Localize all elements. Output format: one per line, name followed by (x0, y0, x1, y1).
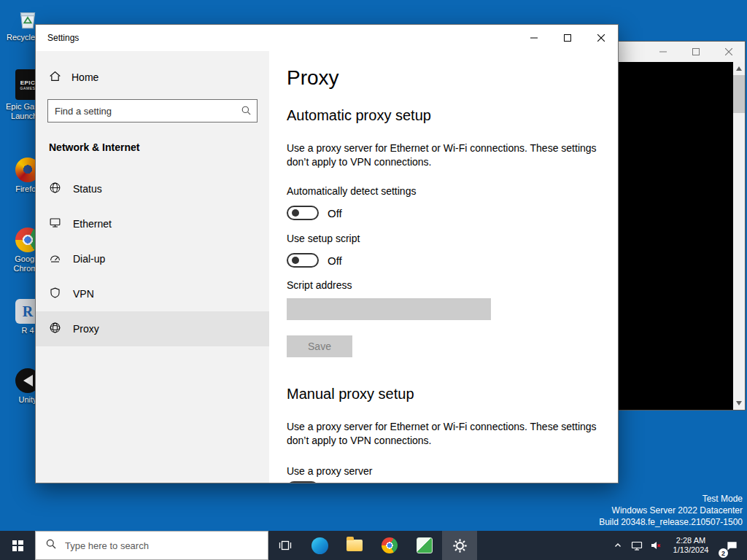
sidebar-item-dialup[interactable]: Dial-up (36, 241, 269, 276)
sidebar-item-label: Status (73, 183, 102, 195)
settings-search-input[interactable] (47, 99, 258, 122)
chevron-up-icon (614, 541, 622, 550)
settings-titlebar[interactable]: Settings (36, 25, 618, 51)
sidebar-section-title: Network & Internet (49, 141, 256, 154)
script-address-label: Script address (287, 279, 618, 292)
sidebar-item-home[interactable]: Home (36, 64, 269, 90)
desktop: Recycle Bin EPIC GAMES Epic Games Launch… (0, 0, 747, 560)
sidebar-nav: Status Ethernet Dial-up (36, 171, 269, 346)
sidebar-item-vpn[interactable]: VPN (36, 276, 269, 311)
scrollbar-thumb[interactable] (733, 75, 745, 113)
detect-settings-toggle[interactable] (287, 206, 319, 220)
search-icon (241, 105, 252, 119)
sidebar-item-proxy[interactable]: Proxy (36, 311, 269, 346)
detect-settings-label: Automatically detect settings (287, 185, 618, 198)
use-proxy-server-label: Use a proxy server (287, 465, 618, 478)
chrome-icon (382, 537, 398, 553)
page-title: Proxy (287, 66, 618, 90)
action-center-icon (726, 540, 738, 552)
taskbar-clock[interactable]: 2:28 AM 1/13/2024 (665, 531, 716, 560)
task-view-button[interactable] (268, 531, 302, 560)
start-button[interactable] (0, 531, 35, 560)
windows-logo-icon (12, 540, 23, 551)
sidebar-item-label: Dial-up (73, 253, 105, 265)
sidebar-item-label: Ethernet (73, 218, 112, 230)
manual-proxy-heading: Manual proxy setup (287, 385, 618, 402)
background-window-scrollbar[interactable] (733, 62, 745, 410)
settings-sidebar: Home Network & Internet Status (36, 51, 269, 483)
settings-window: Settings Home (35, 24, 619, 483)
vpn-icon (49, 287, 61, 301)
window-title: Settings (47, 33, 79, 43)
sidebar-item-label: Proxy (73, 323, 99, 335)
proxy-page: Proxy Automatic proxy setup Use a proxy … (269, 51, 618, 483)
use-proxy-server-toggle[interactable] (287, 481, 319, 483)
r-icon-letter: R (23, 303, 33, 320)
notification-badge: 2 (719, 548, 728, 558)
network-tray-button[interactable] (627, 531, 646, 560)
watermark-line: Windows Server 2022 Datacenter (599, 505, 743, 516)
background-minimize-button[interactable] (646, 42, 679, 62)
detect-settings-state: Off (328, 207, 342, 219)
edge-icon (311, 537, 328, 554)
clock-date: 1/13/2024 (673, 545, 709, 555)
taskbar-file-explorer-button[interactable] (337, 531, 372, 560)
sidebar-home-label: Home (71, 71, 98, 83)
clock-time: 2:28 AM (676, 536, 705, 545)
setup-script-toggle[interactable] (287, 253, 319, 268)
gear-icon (452, 538, 468, 553)
sidebar-item-ethernet[interactable]: Ethernet (36, 206, 269, 241)
green-app-icon (417, 537, 433, 553)
save-button[interactable]: Save (287, 335, 352, 357)
watermark-line: Test Mode (599, 493, 743, 505)
watermark-line: Build 20348.fe_release.210507-1500 (599, 516, 743, 528)
scroll-up-icon[interactable] (736, 66, 742, 71)
desktop-icon-label: Unity (18, 395, 36, 405)
background-maximize-button[interactable] (679, 42, 712, 62)
ethernet-icon (49, 217, 61, 231)
dialup-icon (49, 252, 61, 266)
home-icon (49, 70, 61, 85)
scroll-down-icon[interactable] (736, 401, 742, 405)
close-button[interactable] (584, 25, 618, 51)
script-address-input[interactable] (287, 298, 491, 320)
setup-script-state: Off (328, 254, 342, 267)
volume-muted-button[interactable] (646, 531, 665, 560)
taskbar-green-app-button[interactable] (407, 531, 442, 560)
manual-proxy-description: Use a proxy server for Ethernet or Wi-Fi… (287, 420, 602, 448)
sidebar-item-label: VPN (73, 288, 94, 300)
epic-icon-subtext: GAMES (20, 86, 35, 90)
test-mode-watermark: Test Mode Windows Server 2022 Datacenter… (599, 493, 743, 528)
maximize-button[interactable] (551, 25, 584, 51)
taskbar-edge-button[interactable] (302, 531, 337, 560)
taskbar-settings-button[interactable] (442, 531, 477, 560)
taskbar-chrome-button[interactable] (372, 531, 407, 560)
taskbar-spacer (477, 531, 608, 560)
automatic-proxy-description: Use a proxy server for Ethernet or Wi-Fi… (287, 141, 602, 169)
background-close-button[interactable] (712, 42, 745, 62)
taskbar: 2:28 AM 1/13/2024 2 (0, 531, 747, 560)
task-view-icon (278, 538, 293, 553)
search-icon (45, 538, 57, 553)
automatic-proxy-heading: Automatic proxy setup (287, 106, 618, 124)
setup-script-label: Use setup script (287, 233, 618, 245)
sidebar-item-status[interactable]: Status (36, 171, 269, 206)
settings-search (47, 99, 258, 122)
show-hidden-icons-button[interactable] (608, 531, 627, 560)
minimize-button[interactable] (517, 25, 551, 51)
desktop-icon-label: R 4 (21, 326, 34, 335)
volume-muted-icon (650, 540, 662, 551)
action-center-button[interactable]: 2 (716, 531, 747, 560)
epic-icon-text: EPIC (20, 79, 36, 86)
taskbar-search[interactable] (35, 531, 268, 560)
taskbar-search-input[interactable] (63, 540, 268, 552)
status-icon (49, 182, 61, 196)
file-explorer-icon (347, 540, 363, 551)
proxy-icon (49, 322, 61, 336)
network-icon (631, 540, 643, 551)
